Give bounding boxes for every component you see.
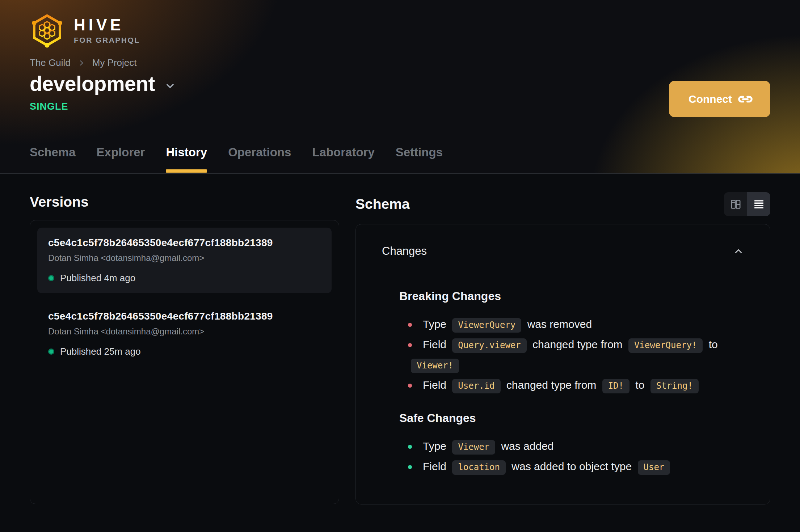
target-type-badge: SINGLE [30, 101, 68, 112]
main-content: Versions c5e4c1c5f78b26465350e4ecf677cf1… [0, 174, 800, 504]
breadcrumb: The Guild My Project [30, 57, 137, 68]
code-chip: String! [650, 379, 699, 393]
changes-list: Type Viewer was addedField location was … [399, 436, 744, 477]
schema-title: Schema [355, 197, 410, 212]
code-chip: User.id [452, 379, 500, 393]
change-item: Field User.id changed type from ID! to S… [408, 375, 744, 396]
version-status-text: Published 25m ago [60, 346, 141, 357]
tab-operations[interactable]: Operations [228, 146, 291, 173]
changes-list: Type ViewerQuery was removedField Query.… [399, 314, 744, 396]
code-chip: Viewer! [411, 359, 459, 373]
tab-explorer[interactable]: Explorer [97, 146, 145, 173]
tab-bar: Schema Explorer History Operations Labor… [30, 146, 443, 173]
view-toggle [724, 192, 770, 216]
green-dot-icon [408, 445, 412, 449]
chevron-down-icon [164, 80, 176, 92]
change-item: Type ViewerQuery was removed [408, 314, 744, 335]
code-chip: ID! [602, 379, 630, 393]
changes-section-safe: Safe ChangesType Viewer was addedField l… [399, 411, 744, 477]
breadcrumb-project-link[interactable]: My Project [92, 57, 137, 68]
page-header: HIVE FOR GRAPHQL The Guild My Project de… [0, 0, 800, 174]
versions-panel: c5e4c1c5f78b26465350e4ecf677cf188bb21389… [30, 220, 339, 504]
green-dot-icon [408, 465, 412, 469]
brand-tagline: FOR GRAPHQL [74, 36, 140, 44]
change-item: Type Viewer was added [408, 436, 744, 457]
red-dot-icon [408, 384, 412, 388]
columns-icon [730, 198, 742, 210]
changes-section-breaking: Breaking ChangesType ViewerQuery was rem… [399, 290, 744, 396]
target-name: development [30, 73, 155, 94]
change-item: Field location was added to object type … [408, 457, 744, 477]
schema-changes-panel: Changes Breaking ChangesType ViewerQuery… [355, 224, 770, 504]
columns-view-button[interactable] [724, 192, 747, 216]
connect-button-label: Connect [689, 93, 732, 105]
changes-section-heading: Breaking Changes [399, 290, 744, 303]
hive-logo-icon [30, 13, 64, 48]
list-view-button[interactable] [747, 192, 770, 216]
version-author: Dotan Simha <dotansimha@gmail.com> [48, 253, 321, 263]
brand-name: HIVE [74, 17, 140, 33]
red-dot-icon [408, 323, 412, 327]
connect-button[interactable]: Connect [669, 81, 770, 117]
list-icon [753, 198, 765, 210]
chevron-up-icon [733, 246, 744, 257]
version-author: Dotan Simha <dotansimha@gmail.com> [48, 326, 321, 337]
link-icon [737, 91, 754, 107]
tab-history[interactable]: History [166, 146, 207, 173]
published-dot-icon [48, 275, 54, 281]
versions-column: Versions c5e4c1c5f78b26465350e4ecf677cf1… [30, 174, 339, 504]
version-list-item[interactable]: c5e4c1c5f78b26465350e4ecf677cf188bb21389… [37, 301, 332, 367]
version-list-item[interactable]: c5e4c1c5f78b26465350e4ecf677cf188bb21389… [37, 228, 332, 293]
breadcrumb-org-link[interactable]: The Guild [30, 57, 71, 68]
changes-title: Changes [382, 245, 427, 258]
changes-sections: Breaking ChangesType ViewerQuery was rem… [382, 290, 744, 477]
tab-schema[interactable]: Schema [30, 146, 76, 173]
chevron-right-icon [78, 59, 85, 67]
brand-logo[interactable]: HIVE FOR GRAPHQL [30, 13, 140, 48]
tab-laboratory[interactable]: Laboratory [312, 146, 374, 173]
change-item: Field Query.viewer changed type from Vie… [408, 335, 744, 375]
changes-section-heading: Safe Changes [399, 411, 744, 425]
published-dot-icon [48, 349, 54, 355]
red-dot-icon [408, 343, 412, 347]
code-chip: location [452, 460, 506, 475]
code-chip: Query.viewer [452, 338, 526, 353]
schema-column: Schema [355, 174, 770, 504]
changes-collapse-header[interactable]: Changes [382, 245, 744, 258]
version-hash: c5e4c1c5f78b26465350e4ecf677cf188bb21389 [48, 237, 321, 249]
code-chip: User [638, 460, 670, 475]
version-hash: c5e4c1c5f78b26465350e4ecf677cf188bb21389 [48, 311, 321, 322]
tab-settings[interactable]: Settings [396, 146, 443, 173]
code-chip: ViewerQuery [452, 318, 521, 333]
versions-title: Versions [30, 194, 339, 210]
target-selector[interactable]: development [30, 73, 176, 94]
code-chip: Viewer [452, 440, 495, 455]
code-chip: ViewerQuery! [628, 338, 703, 353]
version-status-text: Published 4m ago [60, 273, 135, 284]
